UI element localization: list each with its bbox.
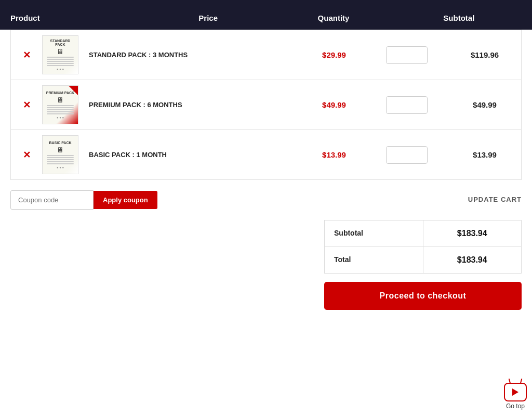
- product-thumbnail-1: STANDARD PACK 🖥 ● ● ●: [42, 35, 78, 74]
- product-subtotal-2: $49.99: [448, 100, 521, 109]
- thumb-logo: ● ● ●: [57, 166, 64, 169]
- remove-item-1-button[interactable]: ✕: [11, 49, 42, 61]
- thumb-lines: [45, 155, 76, 164]
- thumb-monitor-icon: 🖥: [57, 47, 64, 56]
- product-subtotal-1: $119.96: [448, 50, 521, 59]
- quantity-control-1: ▲ ▼: [386, 46, 428, 64]
- total-row: Total $183.94: [325, 247, 521, 273]
- table-row: ✕ STANDARD PACK 🖥 ● ● ● STANDARD PACK : …: [11, 30, 521, 80]
- antenna-right-icon: [520, 379, 523, 384]
- quantity-cell-2: ▲ ▼: [365, 96, 448, 114]
- thumb-title-1: STANDARD PACK: [45, 39, 76, 46]
- quantity-input-2[interactable]: [387, 98, 428, 112]
- quantity-control-2: ▲ ▼: [386, 96, 428, 114]
- product-name-2: PREMIUM PACK : 6 MONTHS: [84, 101, 303, 109]
- antenna-left-icon: [509, 379, 511, 384]
- thumb-monitor-icon: 🖥: [57, 146, 64, 154]
- product-thumbnail-2: PREMIUM PACK 🖥 ● ● ●: [42, 85, 78, 124]
- remove-item-3-button[interactable]: ✕: [11, 149, 42, 161]
- quantity-control-3: ▲ ▼: [386, 146, 428, 164]
- product-subtotal-3: $13.99: [448, 150, 521, 159]
- go-top-label: Go top: [506, 403, 525, 410]
- apply-coupon-button[interactable]: Apply coupon: [94, 191, 157, 209]
- go-top-button[interactable]: Go top: [504, 383, 527, 410]
- product-price-1: $29.99: [303, 50, 365, 59]
- quantity-input-3[interactable]: [387, 148, 428, 162]
- header-subtotal: Subtotal: [396, 14, 522, 22]
- thumb-lines: [45, 105, 76, 114]
- total-label: Total: [325, 247, 423, 273]
- checkout-button[interactable]: Proceed to checkout: [324, 282, 522, 310]
- header-quantity: Quantity: [271, 14, 396, 22]
- cart-header: Product Price Quantity Subtotal: [0, 6, 532, 30]
- quantity-cell-3: ▲ ▼: [365, 146, 448, 164]
- header-price: Price: [145, 14, 271, 22]
- thumb-logo: ● ● ●: [57, 116, 64, 119]
- totals-section: Subtotal $183.94 Total $183.94 Proceed t…: [0, 220, 532, 320]
- table-row: ✕ BASIC PACK 🖥 ● ● ● BASIC PACK : 1 MONT…: [11, 130, 521, 179]
- total-value: $183.94: [423, 247, 522, 273]
- thumb-title-3: BASIC PACK: [49, 141, 71, 145]
- quantity-input-1[interactable]: [387, 48, 428, 62]
- go-top-icon: [504, 383, 527, 401]
- subtotal-label: Subtotal: [325, 221, 423, 247]
- page-wrapper: Product Price Quantity Subtotal ✕ STANDA…: [0, 0, 532, 415]
- quantity-cell-1: ▲ ▼: [365, 46, 448, 64]
- corner-badge: [69, 86, 78, 95]
- top-bar: [0, 0, 532, 6]
- header-product: Product: [10, 14, 145, 22]
- product-price-2: $49.99: [303, 100, 365, 109]
- subtotal-row: Subtotal $183.94: [325, 221, 521, 247]
- product-name-1: STANDARD PACK : 3 MONTHS: [84, 51, 303, 59]
- product-price-3: $13.99: [303, 150, 365, 159]
- remove-item-2-button[interactable]: ✕: [11, 99, 42, 111]
- subtotal-value: $183.94: [423, 221, 522, 247]
- table-row: ✕ PREMIUM PACK 🖥 ● ● ● PREMIUM PACK : 6 …: [11, 80, 521, 130]
- thumb-lines: [45, 57, 76, 66]
- coupon-area: Apply coupon: [10, 190, 157, 210]
- product-thumbnail-3: BASIC PACK 🖥 ● ● ●: [42, 135, 78, 174]
- thumb-monitor-icon: 🖥: [57, 96, 64, 104]
- product-name-3: BASIC PACK : 1 MONTH: [84, 151, 303, 159]
- thumb-logo: ● ● ●: [57, 68, 64, 71]
- cart-bottom: Apply coupon UPDATE CART: [0, 180, 532, 220]
- coupon-input[interactable]: [10, 190, 94, 210]
- cart-table: ✕ STANDARD PACK 🖥 ● ● ● STANDARD PACK : …: [10, 30, 522, 180]
- play-icon: [512, 388, 518, 396]
- update-cart-button[interactable]: UPDATE CART: [468, 190, 522, 209]
- totals-table: Subtotal $183.94 Total $183.94: [324, 220, 522, 274]
